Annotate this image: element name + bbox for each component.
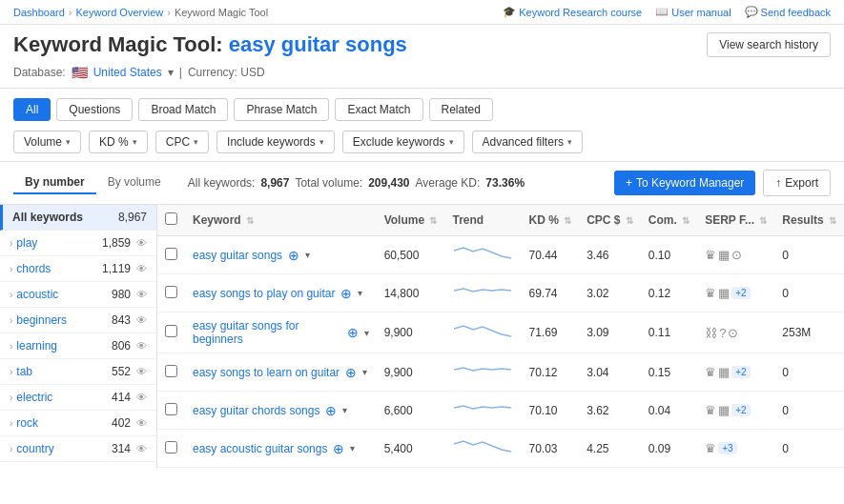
sidebar-item-all[interactable]: All keywords 8,967: [0, 205, 156, 231]
sidebar-item-electric[interactable]: › electric 414 👁: [0, 385, 156, 411]
tab-related[interactable]: Related: [429, 98, 493, 121]
table-header-trend[interactable]: Trend: [444, 205, 521, 236]
keyword-link[interactable]: easy guitar songs for beginners: [193, 319, 341, 346]
chevron-right-icon: ›: [10, 290, 12, 300]
eye-icon[interactable]: 👁: [136, 340, 147, 352]
row-checkbox-cell[interactable]: [157, 392, 185, 430]
keyword-link[interactable]: easy acoustic guitar songs: [193, 442, 327, 455]
table-header-results[interactable]: Results ⇅: [774, 205, 844, 236]
row-checkbox-cell[interactable]: [157, 353, 185, 392]
question-icon: ?: [719, 326, 726, 340]
cpc-filter[interactable]: CPC ▾: [155, 131, 209, 153]
sidebar-item-country[interactable]: › country 314 👁: [0, 436, 156, 462]
add-keyword-button[interactable]: ⊕: [343, 365, 359, 380]
tab-phrase-match[interactable]: Phrase Match: [234, 98, 329, 121]
table-header-volume[interactable]: Volume ⇅: [377, 205, 445, 236]
row-checkbox[interactable]: [165, 286, 177, 298]
eye-icon[interactable]: 👁: [136, 417, 147, 429]
row-checkbox[interactable]: [165, 403, 177, 415]
chevron-down-icon[interactable]: ▾: [358, 288, 362, 298]
table-header-keyword[interactable]: Keyword ⇅: [185, 205, 377, 236]
by-volume-tab[interactable]: By volume: [96, 171, 173, 194]
row-checkbox-cell[interactable]: [157, 236, 185, 274]
table-header-com[interactable]: Com. ⇅: [641, 205, 697, 236]
serp-badge[interactable]: +2: [731, 287, 750, 299]
keyword-link[interactable]: easy guitar chords songs: [193, 404, 319, 417]
row-checkbox-cell[interactable]: [157, 430, 185, 468]
table-header-cpc[interactable]: CPC $ ⇅: [579, 205, 641, 236]
eye-icon[interactable]: 👁: [136, 443, 147, 454]
row-checkbox[interactable]: [165, 325, 177, 337]
kd-filter[interactable]: KD % ▾: [89, 131, 148, 153]
serp-badge[interactable]: +3: [718, 442, 736, 454]
by-number-tab[interactable]: By number: [13, 171, 96, 194]
add-keyword-button[interactable]: ⊕: [345, 325, 360, 340]
breadcrumb-sep2: ›: [167, 7, 171, 18]
top-links: 🎓 Keyword Research course 📖 User manual …: [503, 6, 831, 18]
country-selector[interactable]: United States: [93, 66, 162, 79]
eye-icon[interactable]: 👁: [136, 366, 147, 377]
tab-all[interactable]: All: [13, 98, 51, 121]
exclude-keywords-filter[interactable]: Exclude keywords ▾: [342, 131, 464, 153]
row-checkbox[interactable]: [165, 441, 177, 454]
chevron-down-icon[interactable]: ▾: [342, 405, 347, 415]
sidebar-item-acoustic[interactable]: › acoustic 980 👁: [0, 282, 156, 308]
send-feedback-link[interactable]: 💬 Send feedback: [745, 6, 831, 18]
to-keyword-manager-button[interactable]: + To Keyword Manager: [614, 171, 755, 195]
row-checkbox[interactable]: [165, 365, 177, 377]
row-checkbox[interactable]: [165, 248, 177, 260]
chevron-down-icon[interactable]: ▾: [350, 443, 355, 454]
add-keyword-button[interactable]: ⊕: [286, 248, 301, 263]
chevron-down-icon[interactable]: ▾: [364, 328, 369, 338]
chevron-right-icon: ›: [10, 341, 12, 352]
row-checkbox-cell[interactable]: [157, 274, 185, 312]
keyword-research-course-link[interactable]: 🎓 Keyword Research course: [503, 6, 642, 18]
table-header-kd[interactable]: KD % ⇅: [521, 205, 579, 236]
eye-icon[interactable]: 👁: [136, 392, 147, 403]
sidebar-item-chords[interactable]: › chords 1,119 👁: [0, 256, 156, 282]
advanced-filters[interactable]: Advanced filters ▾: [472, 131, 583, 153]
user-manual-link[interactable]: 📖 User manual: [655, 6, 731, 18]
tab-exact-match[interactable]: Exact Match: [335, 98, 422, 121]
add-keyword-button[interactable]: ⊕: [339, 286, 354, 301]
serp-badge[interactable]: +2: [731, 404, 750, 416]
tab-broad-match[interactable]: Broad Match: [138, 98, 228, 121]
sidebar-item-tab[interactable]: › tab 552 👁: [0, 359, 156, 385]
keyword-link[interactable]: easy songs to learn on guitar: [193, 366, 340, 379]
sidebar-item-learning[interactable]: › learning 806 👁: [0, 333, 156, 359]
breadcrumb-dashboard[interactable]: Dashboard: [13, 7, 65, 18]
trend-cell: [444, 236, 521, 274]
breadcrumb-keyword-overview[interactable]: Keyword Overview: [76, 7, 164, 18]
table-row: easy songs to play on guitar ⊕ ▾ 14,800 …: [157, 274, 844, 312]
row-checkbox-cell[interactable]: [157, 312, 185, 353]
serp-badge[interactable]: +2: [731, 366, 750, 378]
view-history-button[interactable]: View search history: [707, 32, 831, 57]
include-keywords-filter[interactable]: Include keywords ▾: [216, 131, 335, 153]
table-header-serp[interactable]: SERP F... ⇅: [697, 205, 774, 236]
keyword-link[interactable]: easy guitar songs: [193, 249, 282, 262]
keyword-cell: easy guitar songs for beginners ⊕ ▾: [185, 312, 377, 353]
select-all-checkbox[interactable]: [165, 212, 177, 225]
action-buttons: + To Keyword Manager ↑ Export: [614, 170, 831, 196]
eye-icon[interactable]: 👁: [136, 263, 147, 274]
volume-filter[interactable]: Volume ▾: [13, 131, 81, 153]
sidebar-item-rock[interactable]: › rock 402 👁: [0, 411, 156, 436]
tab-questions[interactable]: Questions: [56, 98, 133, 121]
keyword-link[interactable]: easy songs to play on guitar: [193, 287, 335, 300]
eye-icon[interactable]: 👁: [136, 314, 147, 326]
sort-icon: ⇅: [246, 215, 254, 226]
sidebar-item-beginners[interactable]: › beginners 843 👁: [0, 308, 156, 333]
add-keyword-button[interactable]: ⊕: [331, 441, 346, 456]
volume-cell: 9,900: [377, 353, 445, 392]
chevron-down-icon[interactable]: ▾: [305, 250, 310, 260]
kd-cell: 70.12: [521, 353, 579, 392]
keyword-cell: easy guitar songs ⊕ ▾: [185, 236, 377, 274]
crown-icon: ♛: [705, 403, 716, 417]
eye-icon[interactable]: 👁: [136, 289, 147, 300]
chevron-down-icon[interactable]: ▾: [362, 367, 367, 377]
add-keyword-button[interactable]: ⊕: [323, 403, 339, 418]
export-button[interactable]: ↑ Export: [763, 170, 831, 196]
table-header-checkbox[interactable]: [157, 205, 185, 236]
sidebar-item-play[interactable]: › play 1,859 👁: [0, 231, 156, 256]
eye-icon[interactable]: 👁: [136, 237, 147, 249]
